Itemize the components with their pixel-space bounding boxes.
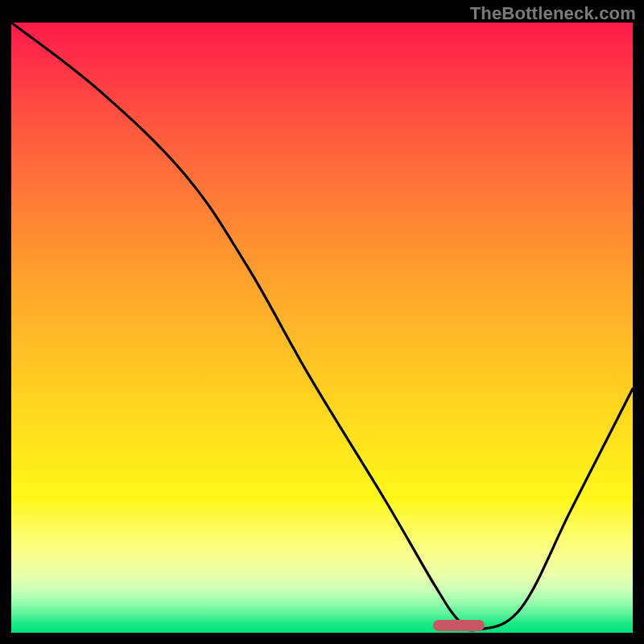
bottleneck-curve xyxy=(11,23,633,633)
watermark-text: TheBottleneck.com xyxy=(470,3,636,24)
optimal-range-marker xyxy=(433,620,485,631)
curve-path xyxy=(11,23,633,630)
chart-container: TheBottleneck.com xyxy=(0,0,644,644)
plot-area xyxy=(11,23,633,633)
